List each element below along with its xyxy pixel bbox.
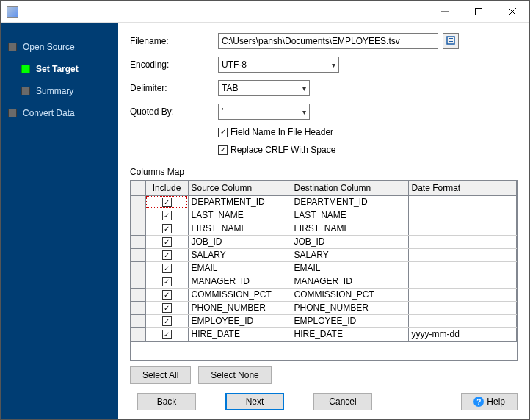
sidebar-item-summary[interactable]: Summary [8, 80, 118, 102]
cell-include[interactable]: ✓ [145, 327, 188, 341]
browse-button[interactable] [443, 33, 459, 49]
minimize-button[interactable] [428, 1, 462, 23]
table-row[interactable]: ✓EMPLOYEE_IDEMPLOYEE_ID [131, 314, 517, 327]
help-button[interactable]: ? Help [461, 393, 518, 410]
cell-include[interactable]: ✓ [145, 261, 188, 275]
cell-include[interactable]: ✓ [145, 301, 188, 314]
include-checkbox[interactable]: ✓ [162, 290, 172, 300]
quoted-select[interactable]: ' ▾ [218, 104, 310, 120]
sidebar-item-label: Convert Data [23, 108, 75, 118]
cell-dest[interactable]: HIRE_DATE [291, 327, 408, 341]
cell-source[interactable]: LAST_NAME [188, 209, 291, 222]
chevron-down-icon: ▾ [332, 61, 335, 69]
cancel-button[interactable]: Cancel [313, 393, 372, 410]
cell-source[interactable]: HIRE_DATE [188, 327, 291, 341]
cell-include[interactable]: ✓ [145, 275, 188, 288]
cell-include[interactable]: ✓ [145, 195, 188, 209]
col-header-dest[interactable]: Destination Column [291, 181, 408, 195]
table-row[interactable]: ✓LAST_NAMELAST_NAME [131, 209, 517, 222]
include-checkbox[interactable]: ✓ [162, 250, 172, 260]
cell-include[interactable]: ✓ [145, 314, 188, 327]
cell-dest[interactable]: MANAGER_ID [291, 275, 408, 288]
delimiter-select[interactable]: TAB ▾ [218, 80, 310, 96]
close-button[interactable] [495, 1, 529, 23]
table-row[interactable]: ✓JOB_IDJOB_ID [131, 235, 517, 248]
maximize-button[interactable] [462, 1, 495, 23]
table-row[interactable]: ✓DEPARTMENT_IDDEPARTMENT_ID [131, 195, 517, 209]
table-row[interactable]: ✓COMMISSION_PCTCOMMISSION_PCT [131, 288, 517, 301]
table-row[interactable]: ✓SALARYSALARY [131, 248, 517, 261]
cell-format[interactable]: yyyy-mm-dd [408, 327, 517, 341]
cell-format[interactable] [408, 275, 517, 288]
cell-dest[interactable]: EMPLOYEE_ID [291, 314, 408, 327]
filename-input[interactable] [218, 33, 438, 49]
cell-format[interactable] [408, 248, 517, 261]
cell-include[interactable]: ✓ [145, 288, 188, 301]
cell-include[interactable]: ✓ [145, 222, 188, 235]
wizard-sidebar: Open SourceSet TargetSummaryConvert Data [1, 23, 118, 419]
cell-format[interactable] [408, 222, 517, 235]
crlf-checkbox[interactable]: ✓ [218, 145, 228, 155]
table-row[interactable]: ✓MANAGER_IDMANAGER_ID [131, 275, 517, 288]
cell-format[interactable] [408, 288, 517, 301]
cell-dest[interactable]: COMMISSION_PCT [291, 288, 408, 301]
crlf-checkbox-label: Replace CRLF With Space [230, 145, 335, 155]
cell-format[interactable] [408, 301, 517, 314]
cell-dest[interactable]: DEPARTMENT_ID [291, 195, 408, 209]
table-row[interactable]: ✓HIRE_DATEHIRE_DATEyyyy-mm-dd [131, 327, 517, 341]
table-row[interactable]: ✓EMAILEMAIL [131, 261, 517, 275]
select-all-button[interactable]: Select All [130, 366, 191, 384]
cell-dest[interactable]: LAST_NAME [291, 209, 408, 222]
delimiter-value: TAB [222, 83, 238, 93]
include-checkbox[interactable]: ✓ [162, 277, 172, 286]
cell-dest[interactable]: FIRST_NAME [291, 222, 408, 235]
include-checkbox[interactable]: ✓ [162, 330, 172, 339]
header-checkbox[interactable]: ✓ [218, 128, 228, 137]
cell-source[interactable]: COMMISSION_PCT [188, 288, 291, 301]
sidebar-item-open-source[interactable]: Open Source [8, 36, 118, 58]
cell-format[interactable] [408, 314, 517, 327]
include-checkbox[interactable]: ✓ [162, 237, 172, 247]
cell-dest[interactable]: SALARY [291, 248, 408, 261]
back-button[interactable]: Back [137, 393, 196, 410]
svg-rect-5 [449, 38, 453, 39]
include-checkbox[interactable]: ✓ [162, 303, 172, 313]
cell-format[interactable] [408, 261, 517, 275]
cell-source[interactable]: PHONE_NUMBER [188, 301, 291, 314]
cell-include[interactable]: ✓ [145, 209, 188, 222]
sidebar-item-set-target[interactable]: Set Target [8, 58, 118, 80]
cell-source[interactable]: JOB_ID [188, 235, 291, 248]
cell-format[interactable] [408, 195, 517, 209]
table-row[interactable]: ✓PHONE_NUMBERPHONE_NUMBER [131, 301, 517, 314]
cell-source[interactable]: SALARY [188, 248, 291, 261]
help-button-label: Help [487, 397, 505, 407]
select-none-button[interactable]: Select None [198, 366, 271, 384]
include-checkbox[interactable]: ✓ [162, 198, 172, 207]
cell-include[interactable]: ✓ [145, 248, 188, 261]
col-header-include[interactable]: Include [145, 181, 188, 195]
next-button[interactable]: Next [225, 393, 284, 410]
table-row[interactable]: ✓FIRST_NAMEFIRST_NAME [131, 222, 517, 235]
encoding-select[interactable]: UTF-8 ▾ [218, 57, 339, 73]
cell-source[interactable]: FIRST_NAME [188, 222, 291, 235]
cell-dest[interactable]: EMAIL [291, 261, 408, 275]
cell-source[interactable]: MANAGER_ID [188, 275, 291, 288]
chevron-down-icon: ▾ [302, 84, 306, 93]
include-checkbox[interactable]: ✓ [162, 264, 172, 273]
col-header-source[interactable]: Source Column [188, 181, 291, 195]
row-header [131, 248, 145, 261]
cell-dest[interactable]: PHONE_NUMBER [291, 301, 408, 314]
cell-source[interactable]: DEPARTMENT_ID [188, 195, 291, 209]
sidebar-item-convert-data[interactable]: Convert Data [8, 102, 118, 124]
cell-dest[interactable]: JOB_ID [291, 235, 408, 248]
cell-source[interactable]: EMPLOYEE_ID [188, 314, 291, 327]
cell-source[interactable]: EMAIL [188, 261, 291, 275]
include-checkbox[interactable]: ✓ [162, 224, 172, 233]
include-checkbox[interactable]: ✓ [162, 316, 172, 326]
row-header [131, 209, 145, 222]
include-checkbox[interactable]: ✓ [162, 211, 172, 220]
cell-format[interactable] [408, 209, 517, 222]
col-header-format[interactable]: Date Format [408, 181, 517, 195]
cell-format[interactable] [408, 235, 517, 248]
cell-include[interactable]: ✓ [145, 235, 188, 248]
